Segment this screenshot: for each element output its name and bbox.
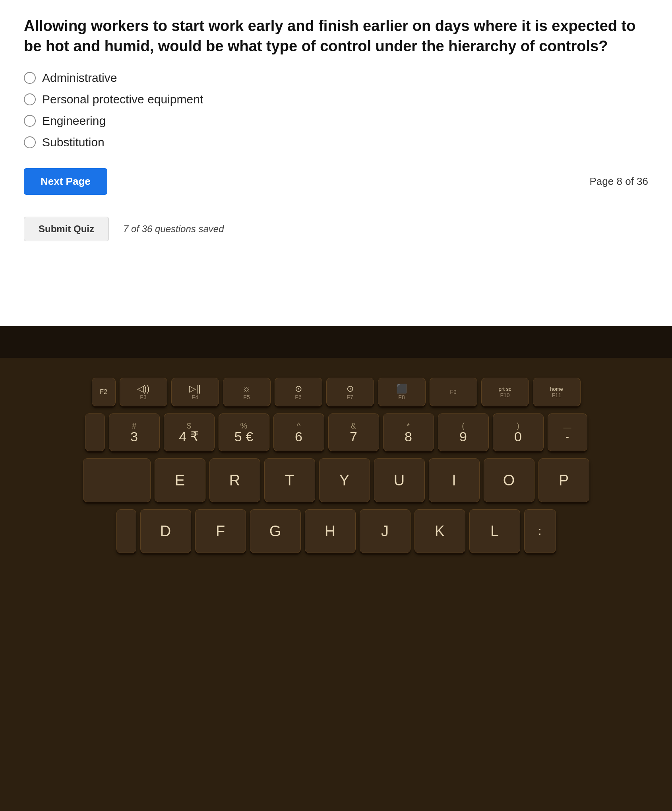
radio-ppe[interactable] — [24, 93, 36, 105]
key-colon-label: : — [538, 525, 542, 537]
option-1[interactable]: Administrative — [24, 71, 648, 85]
key-y-label: Y — [339, 472, 349, 489]
key-d[interactable]: D — [140, 509, 191, 553]
saved-status: 7 of 36 questions saved — [123, 223, 224, 235]
bottom-row: Submit Quiz 7 of 36 questions saved — [24, 217, 648, 241]
key-minus[interactable]: — - — [548, 413, 587, 451]
key-f11[interactable]: home F11 — [533, 378, 581, 406]
key-f10-icon: prt sc — [499, 386, 511, 392]
key-f7-label: F7 — [347, 394, 353, 400]
key-9-bottom: 9 — [459, 430, 467, 443]
radio-substitution[interactable] — [24, 136, 36, 148]
key-3[interactable]: # 3 — [109, 413, 160, 451]
key-0[interactable]: ) 0 — [493, 413, 544, 451]
radio-administrative[interactable] — [24, 72, 36, 84]
key-8-top: * — [407, 422, 410, 430]
next-page-button[interactable]: Next Page — [24, 168, 107, 195]
key-f8-icon: ⬛ — [396, 384, 407, 394]
key-e[interactable]: E — [155, 458, 205, 502]
option-1-label: Administrative — [42, 71, 117, 85]
key-f9-label: F9 — [450, 389, 456, 395]
key-6-bottom: 6 — [295, 430, 302, 443]
num-key-row: # 3 $ 4 ₹ % 5 € ^ 6 & 7 * 8 ( 9 ) 0 — [8, 413, 664, 451]
key-0-bottom: 0 — [514, 430, 522, 443]
key-edge-left-2[interactable] — [116, 509, 136, 553]
key-f2[interactable]: F2 — [92, 378, 116, 406]
key-f4-icon: ▷|| — [189, 384, 200, 394]
option-2-label: Personal protective equipment — [42, 93, 203, 106]
key-f8-label: F8 — [398, 394, 405, 400]
key-f10[interactable]: prt sc F10 — [481, 378, 529, 406]
key-5[interactable]: % 5 € — [219, 413, 269, 451]
key-f8[interactable]: ⬛ F8 — [378, 378, 426, 406]
button-row: Next Page Page 8 of 36 — [24, 168, 648, 195]
key-f7[interactable]: ⊙ F7 — [326, 378, 374, 406]
letter-row-1: E R T Y U I O P — [8, 458, 664, 502]
key-8[interactable]: * 8 — [383, 413, 434, 451]
key-k[interactable]: K — [414, 509, 465, 553]
key-3-top: # — [132, 422, 136, 430]
option-4[interactable]: Substitution — [24, 136, 648, 149]
key-7[interactable]: & 7 — [328, 413, 379, 451]
key-f6[interactable]: ⊙ F6 — [275, 378, 322, 406]
key-p[interactable]: P — [538, 458, 589, 502]
key-0-top: ) — [517, 422, 519, 430]
key-j[interactable]: J — [360, 509, 411, 553]
key-k-label: K — [435, 523, 445, 540]
laptop-bezel — [0, 326, 672, 358]
key-l-label: L — [490, 523, 499, 540]
key-f9[interactable]: F9 — [430, 378, 477, 406]
key-5-bottom: 5 € — [234, 430, 253, 443]
key-f4[interactable]: ▷|| F4 — [171, 378, 219, 406]
keyboard: F2 ◁)) F3 ▷|| F4 ☼ F5 ⊙ F6 ⊙ F7 ⬛ F8 F9 — [0, 358, 672, 811]
key-f10-label: F10 — [500, 392, 509, 398]
key-f7-icon: ⊙ — [347, 384, 354, 394]
key-minus-bottom: - — [565, 431, 569, 442]
key-f[interactable]: F — [195, 509, 246, 553]
key-f5-icon: ☼ — [242, 384, 250, 394]
key-t[interactable]: T — [264, 458, 315, 502]
key-t-label: T — [285, 472, 294, 489]
key-f-label: F — [216, 523, 225, 540]
key-h-label: H — [325, 523, 335, 540]
key-l[interactable]: L — [469, 509, 520, 553]
key-f6-label: F6 — [295, 394, 301, 400]
key-f3-label: F3 — [140, 394, 146, 400]
key-o[interactable]: O — [484, 458, 535, 502]
option-4-label: Substitution — [42, 136, 105, 149]
key-h[interactable]: H — [305, 509, 356, 553]
page-indicator: Page 8 of 36 — [590, 175, 648, 188]
option-3[interactable]: Engineering — [24, 114, 648, 128]
key-y[interactable]: Y — [319, 458, 370, 502]
key-7-top: & — [351, 422, 356, 430]
key-f3[interactable]: ◁)) F3 — [120, 378, 167, 406]
key-u[interactable]: U — [374, 458, 425, 502]
key-u-label: U — [394, 472, 405, 489]
key-4-bottom: 4 ₹ — [179, 430, 199, 443]
key-j-label: J — [381, 523, 389, 540]
options-list: Administrative Personal protective equip… — [24, 71, 648, 149]
key-g-label: G — [269, 523, 281, 540]
key-f11-icon: home — [550, 386, 563, 392]
submit-quiz-button[interactable]: Submit Quiz — [24, 217, 109, 241]
divider — [24, 207, 648, 207]
key-f5-label: F5 — [243, 394, 250, 400]
key-i[interactable]: I — [429, 458, 480, 502]
key-4-top: $ — [187, 422, 191, 430]
key-9[interactable]: ( 9 — [438, 413, 489, 451]
key-r[interactable]: R — [209, 458, 260, 502]
key-e-label: E — [175, 472, 185, 489]
radio-engineering[interactable] — [24, 115, 36, 127]
key-8-bottom: 8 — [405, 430, 412, 443]
key-p-label: P — [559, 472, 569, 489]
key-6-top: ^ — [297, 422, 300, 430]
key-edge-left[interactable] — [85, 413, 105, 451]
key-g[interactable]: G — [250, 509, 301, 553]
key-4[interactable]: $ 4 ₹ — [164, 413, 215, 451]
key-f5[interactable]: ☼ F5 — [223, 378, 271, 406]
key-5-top: % — [240, 422, 248, 430]
key-colon[interactable]: : — [524, 509, 556, 553]
key-6[interactable]: ^ 6 — [273, 413, 324, 451]
key-wide-left-1[interactable] — [83, 458, 151, 502]
option-2[interactable]: Personal protective equipment — [24, 93, 648, 106]
